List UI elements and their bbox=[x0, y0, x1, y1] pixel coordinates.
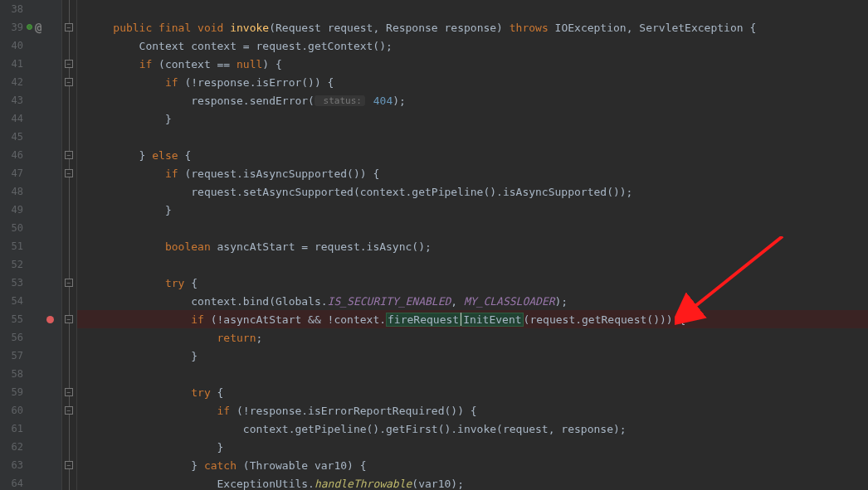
fold-cell[interactable]: − bbox=[62, 310, 76, 328]
code-line[interactable] bbox=[77, 219, 868, 237]
fold-cell[interactable] bbox=[62, 182, 76, 201]
fold-cell[interactable] bbox=[62, 219, 76, 237]
code-line[interactable] bbox=[77, 365, 868, 383]
code-line[interactable]: public final void invoke(Request request… bbox=[77, 18, 868, 36]
gutter-line[interactable]: 39@ bbox=[0, 18, 61, 36]
gutter-line[interactable]: 63 bbox=[0, 456, 61, 474]
gutter-line[interactable]: 40 bbox=[0, 36, 61, 55]
code-line[interactable]: } else { bbox=[77, 146, 868, 164]
vcs-change-icon[interactable] bbox=[27, 24, 33, 31]
gutter-line[interactable]: 41 bbox=[0, 55, 61, 73]
code-line[interactable]: context.getPipeline().getFirst().invoke(… bbox=[77, 420, 868, 438]
fold-cell[interactable] bbox=[62, 36, 76, 55]
code-line[interactable]: response.sendError( status: 404); bbox=[77, 91, 868, 109]
fold-cell[interactable]: − bbox=[62, 73, 76, 91]
gutter-line[interactable]: 54 bbox=[0, 292, 61, 310]
code-line[interactable]: boolean asyncAtStart = request.isAsync()… bbox=[77, 237, 868, 255]
code-line[interactable]: } bbox=[77, 109, 868, 128]
code-token: if bbox=[191, 313, 204, 326]
fold-cell[interactable]: − bbox=[62, 18, 76, 36]
code-line[interactable]: if (!response.isErrorReportRequired()) { bbox=[77, 401, 868, 420]
gutter-line[interactable]: 59 bbox=[0, 383, 61, 401]
code-line[interactable]: try { bbox=[77, 274, 868, 292]
fold-cell[interactable] bbox=[62, 365, 76, 383]
code-editor[interactable]: 3839@40414243444546474849505152535455565… bbox=[0, 0, 868, 490]
fold-toggle-icon[interactable]: − bbox=[65, 151, 73, 159]
fold-cell[interactable] bbox=[62, 255, 76, 274]
fold-cell[interactable] bbox=[62, 109, 76, 128]
gutter-line[interactable]: 50 bbox=[0, 219, 61, 237]
gutter-line[interactable]: 38 bbox=[0, 0, 61, 18]
code-line[interactable]: } bbox=[77, 438, 868, 456]
breakpoint-icon[interactable] bbox=[46, 316, 54, 323]
code-line[interactable]: request.setAsyncSupported(context.getPip… bbox=[77, 182, 868, 201]
fold-toggle-icon[interactable]: − bbox=[65, 315, 73, 323]
fold-column[interactable]: −−−−−−−−−− bbox=[62, 0, 77, 490]
gutter-line[interactable]: 43 bbox=[0, 91, 61, 109]
gutter-line[interactable]: 45 bbox=[0, 128, 61, 146]
gutter-line[interactable]: 42 bbox=[0, 73, 61, 91]
fold-toggle-icon[interactable]: − bbox=[65, 406, 73, 415]
gutter-line[interactable]: 60 bbox=[0, 401, 61, 420]
fold-toggle-icon[interactable]: − bbox=[65, 78, 73, 86]
gutter-line[interactable]: 44 bbox=[0, 109, 61, 128]
fold-cell[interactable]: − bbox=[62, 274, 76, 292]
fold-toggle-icon[interactable]: − bbox=[65, 388, 73, 396]
code-line[interactable]: Context context = request.getContext(); bbox=[77, 36, 868, 55]
code-line[interactable] bbox=[77, 0, 868, 18]
fold-toggle-icon[interactable]: − bbox=[65, 279, 73, 287]
code-line[interactable]: return; bbox=[77, 328, 868, 347]
fold-cell[interactable] bbox=[62, 128, 76, 146]
fold-cell[interactable] bbox=[62, 438, 76, 456]
code-line[interactable] bbox=[77, 255, 868, 274]
fold-cell[interactable]: − bbox=[62, 164, 76, 182]
fold-cell[interactable]: − bbox=[62, 401, 76, 420]
gutter[interactable]: 3839@40414243444546474849505152535455565… bbox=[0, 0, 62, 490]
code-line[interactable] bbox=[77, 128, 868, 146]
fold-toggle-icon[interactable]: − bbox=[65, 461, 73, 469]
gutter-line[interactable]: 49 bbox=[0, 201, 61, 219]
fold-cell[interactable] bbox=[62, 237, 76, 255]
fold-toggle-icon[interactable]: − bbox=[65, 60, 73, 68]
code-line[interactable]: } bbox=[77, 347, 868, 365]
gutter-line[interactable]: 51 bbox=[0, 237, 61, 255]
gutter-line[interactable]: 58 bbox=[0, 365, 61, 383]
gutter-line[interactable]: 56 bbox=[0, 328, 61, 347]
fold-cell[interactable] bbox=[62, 347, 76, 365]
fold-toggle-icon[interactable]: − bbox=[65, 23, 73, 32]
gutter-line[interactable]: 57 bbox=[0, 347, 61, 365]
fold-cell[interactable] bbox=[62, 292, 76, 310]
fold-cell[interactable]: − bbox=[62, 456, 76, 474]
fold-cell[interactable] bbox=[62, 328, 76, 347]
gutter-line[interactable]: 46 bbox=[0, 146, 61, 164]
code-line[interactable]: } bbox=[77, 201, 868, 219]
gutter-line[interactable]: 52 bbox=[0, 255, 61, 274]
code-line[interactable]: if (request.isAsyncSupported()) { bbox=[77, 164, 868, 182]
code-line[interactable]: try { bbox=[77, 383, 868, 401]
fold-cell[interactable] bbox=[62, 474, 76, 490]
code-line[interactable]: if (!response.isError()) { bbox=[77, 73, 868, 91]
gutter-line[interactable]: 47 bbox=[0, 164, 61, 182]
gutter-line[interactable]: 53 bbox=[0, 274, 61, 292]
fold-toggle-icon[interactable]: − bbox=[65, 169, 73, 177]
fold-cell[interactable] bbox=[62, 0, 76, 18]
fold-cell[interactable]: − bbox=[62, 383, 76, 401]
code-line[interactable]: if (context == null) { bbox=[77, 55, 868, 73]
gutter-line[interactable]: 48 bbox=[0, 182, 61, 201]
gutter-line[interactable]: 64 bbox=[0, 474, 61, 490]
code-line[interactable]: } catch (Throwable var10) { bbox=[77, 456, 868, 474]
code-line[interactable]: if (!asyncAtStart && !context.fireReques… bbox=[77, 310, 868, 328]
fold-cell[interactable] bbox=[62, 201, 76, 219]
code-area[interactable]: public final void invoke(Request request… bbox=[77, 0, 868, 490]
fold-cell[interactable] bbox=[62, 420, 76, 438]
fold-cell[interactable]: − bbox=[62, 146, 76, 164]
code-token: ; bbox=[256, 332, 263, 344]
gutter-line[interactable]: 62 bbox=[0, 438, 61, 456]
gutter-line[interactable]: 61 bbox=[0, 420, 61, 438]
code-token: if bbox=[165, 167, 178, 180]
fold-cell[interactable] bbox=[62, 91, 76, 109]
code-line[interactable]: context.bind(Globals.IS_SECURITY_ENABLED… bbox=[77, 292, 868, 310]
code-line[interactable]: ExceptionUtils.handleThrowable(var10); bbox=[77, 474, 868, 490]
fold-cell[interactable]: − bbox=[62, 55, 76, 73]
gutter-line[interactable]: 55 bbox=[0, 310, 61, 328]
